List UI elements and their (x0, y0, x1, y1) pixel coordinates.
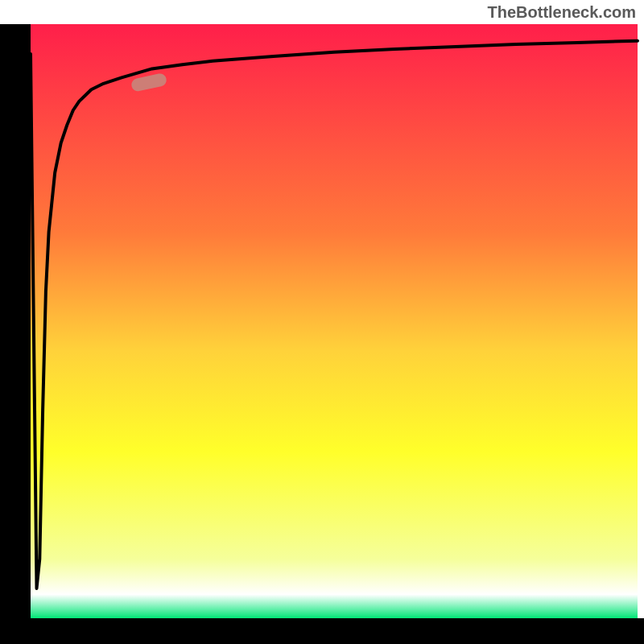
x-axis (0, 618, 644, 644)
watermark-text: TheBottleneck.com (488, 3, 636, 22)
plot-background (31, 24, 638, 618)
y-axis (0, 24, 31, 644)
bottleneck-chart (0, 0, 644, 644)
